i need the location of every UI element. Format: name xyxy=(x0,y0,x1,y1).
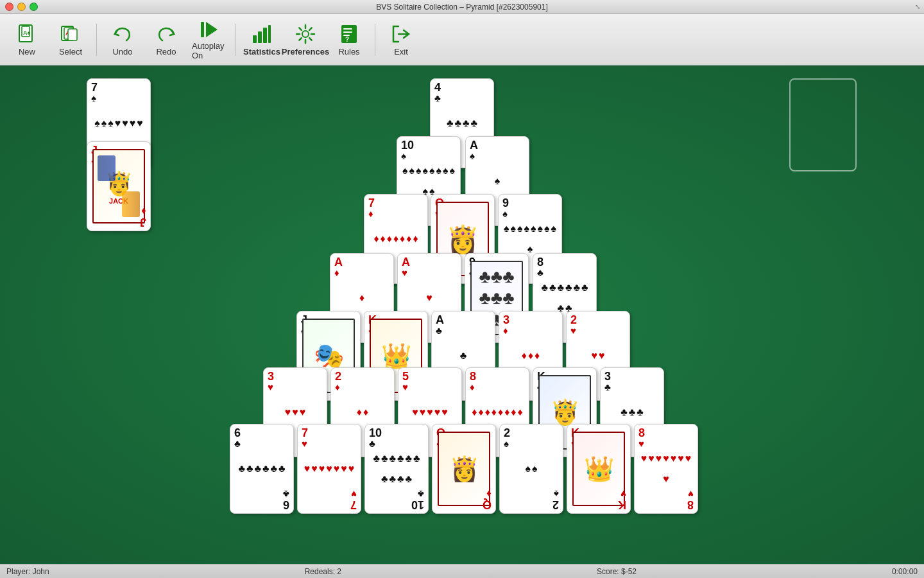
maximize-button[interactable] xyxy=(30,3,38,11)
pyramid-r7-10c[interactable]: 10 ♣ ♣♣ ♣♣ ♣♣ ♣♣ ♣♣ 10 ♣ xyxy=(364,424,429,514)
svg-marker-8 xyxy=(206,22,218,37)
undo-button[interactable]: Undo xyxy=(102,17,143,62)
svg-point-13 xyxy=(302,31,309,37)
pyramid-r7-kh[interactable]: K ♥ 👑 K ♥ xyxy=(567,424,631,514)
redo-icon xyxy=(155,22,178,46)
svg-rect-16 xyxy=(343,31,352,33)
separator-3 xyxy=(375,24,375,56)
svg-rect-9 xyxy=(253,35,257,43)
window-controls[interactable] xyxy=(5,3,38,11)
svg-text:?: ? xyxy=(345,36,349,43)
statistics-label: Statistics xyxy=(243,47,280,57)
pyramid-r7-qd[interactable]: Q ♦ 👸 Q ♦ xyxy=(432,424,496,514)
exit-label: Exit xyxy=(394,47,408,57)
window-title: BVS Solitaire Collection – Pyramid [#262… xyxy=(376,3,548,12)
exit-button[interactable]: Exit xyxy=(381,17,422,62)
svg-rect-7 xyxy=(201,22,204,37)
status-redeals: Redeals: 2 xyxy=(305,567,341,576)
rules-button[interactable]: ? Rules xyxy=(329,17,370,62)
stock-card-jd[interactable]: J ♦ 🤴 JACK J ♦ xyxy=(87,141,151,231)
waste-pile-empty[interactable] xyxy=(789,78,857,171)
svg-rect-11 xyxy=(263,28,267,43)
svg-rect-12 xyxy=(268,25,271,43)
pyramid-r7-2s[interactable]: 2 ♠ ♠ ♠ 2 ♠ xyxy=(499,424,563,514)
resize-icon: ⤡ xyxy=(915,3,920,10)
statistics-button[interactable]: Statistics xyxy=(241,17,282,62)
pyramid-r7-6c[interactable]: 6 ♣ ♣♣ ♣♣ ♣♣ 6 ♣ xyxy=(230,424,294,514)
new-label: New xyxy=(19,47,35,57)
preferences-button[interactable]: Preferences xyxy=(285,17,326,62)
status-bar: Player: John Redeals: 2 Score: $-52 0:00… xyxy=(0,564,924,578)
undo-icon xyxy=(111,22,134,46)
redo-label: Redo xyxy=(156,47,176,57)
new-icon: A♠ xyxy=(15,22,38,46)
preferences-label: Preferences xyxy=(282,47,329,57)
select-button[interactable]: A♥ Select xyxy=(50,17,91,62)
autoplay-icon xyxy=(198,19,221,40)
svg-rect-10 xyxy=(258,31,262,43)
toolbar: A♠ New A♥ Select Undo xyxy=(0,14,924,66)
pyramid-r7-8h[interactable]: 8 ♥ ♥♥ ♥♥ ♥♥ ♥♥ 8 ♥ xyxy=(634,424,698,514)
close-button[interactable] xyxy=(5,3,13,11)
exit-icon xyxy=(389,22,413,46)
separator-1 xyxy=(96,24,97,56)
svg-text:A♠: A♠ xyxy=(23,30,30,36)
separator-2 xyxy=(235,24,236,56)
autoplay-button[interactable]: Autoplay On xyxy=(189,17,230,62)
new-button[interactable]: A♠ New xyxy=(6,17,47,62)
title-bar: BVS Solitaire Collection – Pyramid [#262… xyxy=(0,0,924,14)
redo-button[interactable]: Redo xyxy=(146,17,187,62)
svg-rect-15 xyxy=(343,28,352,30)
game-area: 7 ♠ ♠♠♠ ♥♥ ♥♥ 7 ♠ J ♦ 🤴 JACK J ♦ xyxy=(0,66,924,564)
select-label: Select xyxy=(59,47,82,57)
status-player: Player: John xyxy=(6,567,49,576)
rules-icon: ? xyxy=(338,22,361,46)
preferences-icon xyxy=(294,22,317,46)
pyramid-r7-7h[interactable]: 7 ♥ ♥♥ ♥♥ ♥♥ ♥ 7 ♥ xyxy=(297,424,361,514)
status-score: Score: $-52 xyxy=(597,567,637,576)
rules-label: Rules xyxy=(338,47,359,57)
svg-rect-6 xyxy=(68,29,77,40)
statistics-icon xyxy=(250,22,273,46)
minimize-button[interactable] xyxy=(17,3,26,11)
undo-label: Undo xyxy=(112,47,132,57)
select-icon: A♥ xyxy=(59,22,82,46)
status-time: 0:00:00 xyxy=(892,567,918,576)
autoplay-label: Autoplay On xyxy=(192,41,228,60)
